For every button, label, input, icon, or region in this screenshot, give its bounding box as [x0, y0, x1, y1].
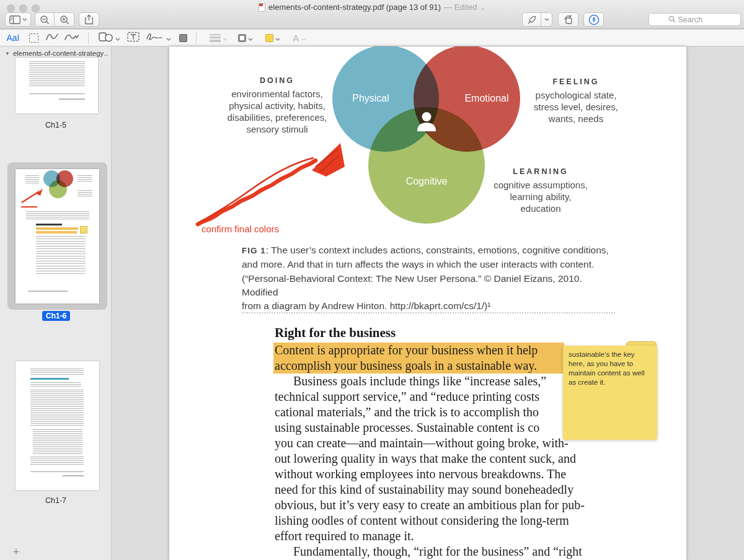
border-color-icon	[238, 34, 246, 42]
note-icon	[179, 34, 187, 42]
markup-toggle-icon	[588, 14, 600, 25]
search-input[interactable]	[678, 15, 722, 24]
venn-group-feeling: FEELING psychological state, stress leve…	[508, 77, 644, 125]
venn-label-physical: Physical	[352, 93, 389, 104]
line-weight-icon	[210, 33, 221, 43]
chevron-down-icon	[248, 32, 253, 43]
document-proxy-icon[interactable]	[259, 3, 265, 12]
shapes-icon	[99, 32, 113, 45]
pen-style-chevron[interactable]	[541, 13, 552, 26]
markup-pen-button[interactable]	[522, 12, 552, 27]
page-thumbnail[interactable]	[16, 58, 98, 113]
sign-tool[interactable]	[144, 30, 172, 46]
section-heading: Right for the business	[275, 325, 396, 341]
shapes-tool[interactable]	[97, 30, 122, 46]
window-title: elements-of-content-strategy.pdf (page 1…	[268, 2, 441, 12]
figure-label: FIG 1	[242, 246, 266, 255]
zoom-in-icon	[60, 15, 69, 25]
thumbnail-label: Ch1-5	[0, 121, 112, 129]
venn-label-emotional: Emotional	[464, 93, 508, 104]
text-selection-icon: AaI	[6, 33, 19, 43]
chevron-down-icon	[166, 32, 171, 43]
body-line: need for this kind of sustainability may…	[273, 482, 621, 497]
chevron-down-icon	[223, 32, 228, 43]
thumbnail-sidebar: ▼ elements-of-content-strategy… Ch1-5	[0, 46, 112, 560]
venn-label-cognitive: Cognitive	[406, 176, 448, 187]
thumbnail-label: Ch1-7	[0, 496, 112, 505]
preview-window: elements-of-content-strategy.pdf (page 1…	[0, 0, 744, 560]
body-line: lishing oodles of content without consid…	[273, 513, 621, 528]
body-line: obvious, but it’s very easy to create an…	[273, 497, 621, 513]
draw-tool[interactable]	[62, 30, 82, 46]
rect-selection-tool[interactable]	[26, 30, 41, 46]
markup-toolbar: AaI	[0, 30, 744, 46]
rotate-button[interactable]	[558, 12, 578, 27]
title-chevron-icon[interactable]: ⌄	[480, 4, 485, 11]
zoom-in-button[interactable]	[55, 12, 74, 27]
pen-icon	[523, 15, 541, 25]
mini-arrow-annotation	[20, 186, 45, 204]
venn-group-doing: DOING environmental factors, physical ac…	[209, 76, 345, 135]
share-icon	[84, 14, 94, 25]
highlighted-line: Content is appropriate for your business…	[273, 343, 564, 358]
group-title: DOING	[209, 76, 345, 85]
pdf-page: Physical Emotional Cognitive DOING envir…	[169, 46, 686, 560]
sidebar-toggle-button[interactable]	[5, 12, 31, 27]
sticky-note[interactable]: sustainable’s the key here, as you have …	[563, 346, 657, 440]
search-field[interactable]	[649, 13, 741, 26]
text-selection-tool[interactable]: AaI	[4, 30, 22, 46]
signature-icon	[146, 32, 164, 44]
sidebar-document-row[interactable]: ▼ elements-of-content-strategy…	[5, 50, 109, 57]
text-style-tool[interactable]: A	[289, 30, 310, 46]
text-box-tool[interactable]	[125, 30, 141, 46]
titlebar: elements-of-content-strategy.pdf (page 1…	[0, 0, 744, 29]
sketch-icon	[45, 32, 59, 44]
page-thumbnail[interactable]	[16, 169, 99, 304]
line-weight-tool[interactable]	[206, 30, 231, 46]
figure-caption: FIG 1: The user’s context includes actio…	[242, 243, 620, 313]
dotted-divider	[242, 312, 615, 313]
fill-color-tool[interactable]	[262, 30, 284, 46]
group-title: FEELING	[508, 77, 644, 86]
zoom-out-button[interactable]	[35, 12, 55, 27]
markup-toolbar-toggle-button[interactable]	[583, 12, 604, 27]
chevron-down-icon	[275, 32, 280, 43]
chevron-down-icon	[22, 18, 27, 21]
disclosure-triangle-icon[interactable]: ▼	[5, 51, 10, 56]
toolbar-separator	[88, 32, 89, 43]
selected-thumbnail-label[interactable]: Ch1-6	[42, 311, 70, 321]
draw-icon	[64, 32, 80, 44]
note-tool[interactable]	[175, 30, 190, 46]
arrow-annotation[interactable]	[194, 139, 349, 229]
body-line: effort required to manage it.	[273, 528, 621, 544]
share-button[interactable]	[79, 12, 99, 27]
border-color-tool[interactable]	[234, 30, 257, 46]
body-line: out lowering quality in ways that make t…	[273, 451, 621, 466]
window-edited-status: — Edited	[444, 2, 477, 12]
fill-color-icon	[265, 34, 273, 42]
page-thumbnail[interactable]	[16, 361, 99, 490]
person-icon	[415, 111, 438, 134]
rotate-left-icon	[563, 14, 574, 25]
zoom-out-icon	[40, 15, 50, 25]
chevron-down-icon	[301, 32, 306, 43]
chevron-down-icon	[115, 32, 120, 43]
sketch-tool[interactable]	[43, 30, 61, 46]
search-icon	[668, 14, 676, 25]
rect-selection-icon	[29, 33, 38, 43]
venn-group-learning: LEARNING cognitive assumptions, learning…	[472, 167, 609, 214]
arrow-annotation-label[interactable]: confirm final colors	[202, 224, 279, 234]
window-title-group: elements-of-content-strategy.pdf (page 1…	[0, 2, 744, 12]
body-line: without working employees into nervous b…	[273, 466, 621, 482]
sidebar-icon	[9, 15, 20, 24]
sidebar-document-title: elements-of-content-strategy…	[13, 50, 109, 57]
add-page-button[interactable]: +	[10, 546, 22, 558]
text-style-icon: A	[293, 33, 299, 43]
highlighted-line: accomplish your business goals in a sust…	[273, 358, 564, 374]
toolbar-separator	[196, 32, 197, 43]
text-box-icon	[127, 32, 140, 45]
document-area[interactable]: Physical Emotional Cognitive DOING envir…	[112, 46, 744, 560]
group-title: LEARNING	[472, 167, 609, 176]
body-line: Fundamentally, though, “right for the bu…	[273, 544, 621, 559]
